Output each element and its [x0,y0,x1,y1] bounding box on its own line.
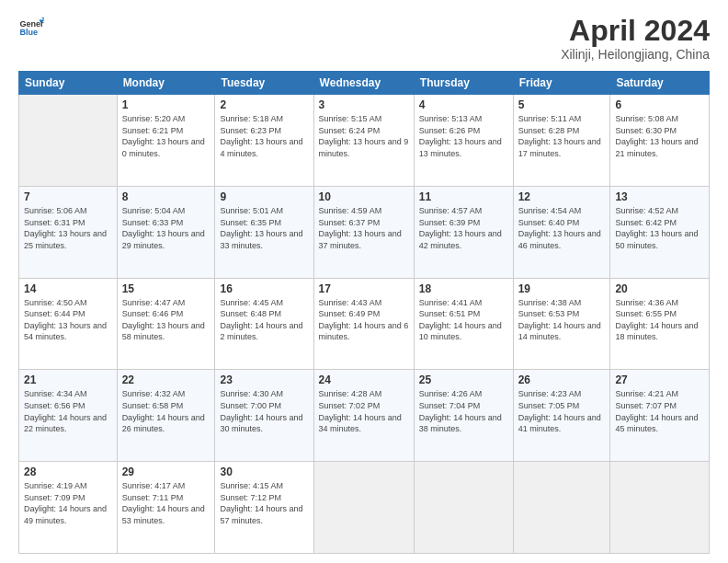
calendar-cell: 30Sunrise: 4:15 AMSunset: 7:12 PMDayligh… [215,462,313,554]
day-info: Sunrise: 4:30 AMSunset: 7:00 PMDaylight:… [220,388,308,434]
calendar-cell: 16Sunrise: 4:45 AMSunset: 6:48 PMDayligh… [215,278,313,370]
calendar-cell: 14Sunrise: 4:50 AMSunset: 6:44 PMDayligh… [19,278,118,370]
calendar-cell [610,462,710,554]
day-info: Sunrise: 5:01 AMSunset: 6:35 PMDaylight:… [220,205,308,251]
calendar-cell: 25Sunrise: 4:26 AMSunset: 7:04 PMDayligh… [414,370,513,462]
day-info: Sunrise: 5:20 AMSunset: 6:21 PMDaylight:… [122,113,210,159]
calendar-cell: 28Sunrise: 4:19 AMSunset: 7:09 PMDayligh… [19,462,118,554]
day-number: 14 [24,282,112,295]
calendar-cell: 17Sunrise: 4:43 AMSunset: 6:49 PMDayligh… [313,278,414,370]
day-number: 26 [518,373,606,386]
day-number: 30 [220,465,308,478]
col-thursday: Thursday [414,72,513,95]
day-info: Sunrise: 4:45 AMSunset: 6:48 PMDaylight:… [220,297,308,343]
calendar-cell: 11Sunrise: 4:57 AMSunset: 6:39 PMDayligh… [414,186,513,278]
calendar-cell: 6Sunrise: 5:08 AMSunset: 6:30 PMDaylight… [610,95,710,187]
calendar-cell: 9Sunrise: 5:01 AMSunset: 6:35 PMDaylight… [215,186,313,278]
calendar-cell: 19Sunrise: 4:38 AMSunset: 6:53 PMDayligh… [513,278,610,370]
day-info: Sunrise: 4:15 AMSunset: 7:12 PMDaylight:… [220,480,308,526]
day-number: 12 [518,190,606,203]
day-info: Sunrise: 4:19 AMSunset: 7:09 PMDaylight:… [24,480,112,526]
calendar-week-2: 14Sunrise: 4:50 AMSunset: 6:44 PMDayligh… [19,278,710,370]
calendar-cell: 8Sunrise: 5:04 AMSunset: 6:33 PMDaylight… [117,186,215,278]
main-title: April 2024 [561,15,710,47]
day-number: 13 [615,190,704,203]
day-info: Sunrise: 5:15 AMSunset: 6:24 PMDaylight:… [319,113,409,159]
day-info: Sunrise: 4:28 AMSunset: 7:02 PMDaylight:… [319,388,409,434]
day-number: 2 [220,98,308,111]
col-friday: Friday [513,72,610,95]
calendar-cell: 21Sunrise: 4:34 AMSunset: 6:56 PMDayligh… [19,370,118,462]
day-number: 10 [319,190,409,203]
day-info: Sunrise: 4:59 AMSunset: 6:37 PMDaylight:… [319,205,409,251]
day-info: Sunrise: 5:08 AMSunset: 6:30 PMDaylight:… [615,113,704,159]
day-info: Sunrise: 4:52 AMSunset: 6:42 PMDaylight:… [615,205,704,251]
calendar-cell [313,462,414,554]
col-sunday: Sunday [19,72,118,95]
col-monday: Monday [117,72,215,95]
day-number: 16 [220,282,308,295]
calendar-cell: 18Sunrise: 4:41 AMSunset: 6:51 PMDayligh… [414,278,513,370]
calendar-cell: 10Sunrise: 4:59 AMSunset: 6:37 PMDayligh… [313,186,414,278]
day-number: 15 [122,282,210,295]
day-number: 21 [24,373,112,386]
logo: General Blue [18,15,44,40]
day-number: 4 [419,98,508,111]
calendar-cell: 27Sunrise: 4:21 AMSunset: 7:07 PMDayligh… [610,370,710,462]
day-info: Sunrise: 5:11 AMSunset: 6:28 PMDaylight:… [518,113,606,159]
day-number: 28 [24,465,112,478]
calendar-cell: 2Sunrise: 5:18 AMSunset: 6:23 PMDaylight… [215,95,313,187]
logo-icon: General Blue [18,15,44,40]
day-number: 1 [122,98,210,111]
title-block: April 2024 Xilinji, Heilongjiang, China [561,15,710,62]
calendar-week-4: 28Sunrise: 4:19 AMSunset: 7:09 PMDayligh… [19,462,710,554]
day-info: Sunrise: 4:21 AMSunset: 7:07 PMDaylight:… [615,388,704,434]
calendar-cell: 13Sunrise: 4:52 AMSunset: 6:42 PMDayligh… [610,186,710,278]
day-number: 24 [319,373,409,386]
day-info: Sunrise: 4:34 AMSunset: 6:56 PMDaylight:… [24,388,112,434]
day-info: Sunrise: 5:04 AMSunset: 6:33 PMDaylight:… [122,205,210,251]
day-number: 7 [24,190,112,203]
calendar-cell: 23Sunrise: 4:30 AMSunset: 7:00 PMDayligh… [215,370,313,462]
day-info: Sunrise: 4:43 AMSunset: 6:49 PMDaylight:… [319,297,409,343]
day-info: Sunrise: 4:38 AMSunset: 6:53 PMDaylight:… [518,297,606,343]
day-number: 9 [220,190,308,203]
calendar-cell: 15Sunrise: 4:47 AMSunset: 6:46 PMDayligh… [117,278,215,370]
calendar-cell [513,462,610,554]
day-number: 20 [615,282,704,295]
day-number: 8 [122,190,210,203]
calendar-cell: 5Sunrise: 5:11 AMSunset: 6:28 PMDaylight… [513,95,610,187]
day-number: 27 [615,373,704,386]
subtitle: Xilinji, Heilongjiang, China [561,47,710,62]
day-number: 3 [319,98,409,111]
day-info: Sunrise: 4:17 AMSunset: 7:11 PMDaylight:… [122,480,210,526]
svg-text:Blue: Blue [19,28,38,37]
calendar-cell: 26Sunrise: 4:23 AMSunset: 7:05 PMDayligh… [513,370,610,462]
day-info: Sunrise: 4:23 AMSunset: 7:05 PMDaylight:… [518,388,606,434]
calendar-week-0: 1Sunrise: 5:20 AMSunset: 6:21 PMDaylight… [19,95,710,187]
col-tuesday: Tuesday [215,72,313,95]
calendar-cell: 1Sunrise: 5:20 AMSunset: 6:21 PMDaylight… [117,95,215,187]
day-number: 23 [220,373,308,386]
day-info: Sunrise: 5:13 AMSunset: 6:26 PMDaylight:… [419,113,508,159]
day-number: 22 [122,373,210,386]
day-number: 5 [518,98,606,111]
col-saturday: Saturday [610,72,710,95]
day-info: Sunrise: 4:54 AMSunset: 6:40 PMDaylight:… [518,205,606,251]
day-info: Sunrise: 4:50 AMSunset: 6:44 PMDaylight:… [24,297,112,343]
calendar-cell: 4Sunrise: 5:13 AMSunset: 6:26 PMDaylight… [414,95,513,187]
day-number: 17 [319,282,409,295]
day-number: 6 [615,98,704,111]
page: General Blue April 2024 Xilinji, Heilong… [0,0,728,563]
day-number: 11 [419,190,508,203]
day-info: Sunrise: 4:36 AMSunset: 6:55 PMDaylight:… [615,297,704,343]
day-info: Sunrise: 4:26 AMSunset: 7:04 PMDaylight:… [419,388,508,434]
day-info: Sunrise: 5:18 AMSunset: 6:23 PMDaylight:… [220,113,308,159]
day-info: Sunrise: 5:06 AMSunset: 6:31 PMDaylight:… [24,205,112,251]
calendar-cell: 3Sunrise: 5:15 AMSunset: 6:24 PMDaylight… [313,95,414,187]
day-info: Sunrise: 4:41 AMSunset: 6:51 PMDaylight:… [419,297,508,343]
day-number: 25 [419,373,508,386]
day-number: 29 [122,465,210,478]
calendar-cell: 29Sunrise: 4:17 AMSunset: 7:11 PMDayligh… [117,462,215,554]
calendar-table: Sunday Monday Tuesday Wednesday Thursday… [18,71,710,554]
